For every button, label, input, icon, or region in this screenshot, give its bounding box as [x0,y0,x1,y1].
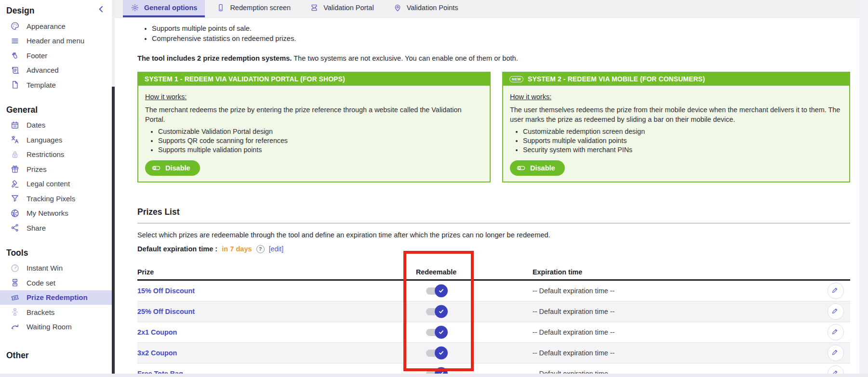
toggle-knob [435,347,448,360]
window-right-edge [859,0,868,377]
svg-text:03: 03 [13,125,16,128]
how-it-works-label: How it works: [145,92,483,101]
sidebar-item-share[interactable]: Share [0,221,115,235]
sidebar-collapse-button[interactable] [95,3,107,15]
system-feature-bullet: Security system with merchant PINs [523,145,842,155]
sidebar-item-label: Code set [27,279,55,287]
gauge-icon [10,263,20,273]
gear-icon [131,3,139,12]
sidebar-item-label: Share [27,224,46,232]
tab-label: Validation Portal [323,4,374,12]
gavel-icon [10,179,20,189]
intro-bullet: Supports multiple points of sale. [152,24,850,33]
system-feature-bullet: Customizable redemption screen design [523,127,842,136]
tab-redemption-screen[interactable]: Redemption screen [209,0,298,17]
edit-expiration-button[interactable] [828,324,844,340]
redeemable-toggle[interactable] [426,287,446,295]
ticket-icon [10,278,20,287]
sidebar-item-code-set[interactable]: Code set [0,275,115,290]
system-panel-body: How it works:The merchant redeems the pr… [138,86,490,182]
globe-icon [10,208,20,218]
sidebar-item-header-and-menu[interactable]: Header and menu [0,34,115,49]
sidebar-item-template[interactable]: Template [0,78,115,92]
sidebar-item-restrictions[interactable]: Restrictions [0,147,115,162]
tab-validation-portal[interactable]: Validation Portal [302,0,382,17]
table-row-3x2-coupon: 3x2 Coupon-- Default expiration time -- [137,343,850,364]
disable-system-2-button[interactable]: Disable [510,160,565,176]
prize-link[interactable]: 3x2 Coupon [137,349,405,357]
sidebar-section-title: Other [0,350,115,361]
tab-bar: General optionsRedemption screenValidati… [115,0,868,18]
disable-button-label: Disable [165,164,190,172]
toggle-knob [435,326,448,339]
edit-expiration-button[interactable] [828,283,844,299]
sidebar-item-my-networks[interactable]: My Networks [0,206,115,221]
sidebar-section-title: Tools [0,247,115,259]
sidebar-item-label: Languages [27,136,62,144]
default-expiration-value: in 7 days [222,245,252,253]
sidebar-item-label: Prize Redemption [27,293,88,301]
waiting-arrow-icon [10,322,20,332]
sidebar-item-languages[interactable]: Languages [0,132,115,147]
sidebar-item-prizes[interactable]: Prizes [0,162,115,177]
redemption-ticket-icon [10,293,20,302]
how-it-works-label: How it works: [510,92,842,101]
tab-general-options[interactable]: General options [123,0,205,17]
expiration-value: -- Default expiration time -- [467,349,821,357]
help-icon[interactable]: ? [256,245,265,253]
sidebar-item-label: Waiting Room [27,323,72,331]
column-header-prize: Prize [137,268,405,276]
sidebar-item-tracking-pixels[interactable]: Tracking Pixels [0,191,115,206]
sidebar-item-instant-win[interactable]: Instant Win [0,261,115,276]
system-feature-bullet: Customizable Validation Portal design [158,127,483,136]
sidebar-section-other: Other [0,350,115,361]
toggle-knob [435,305,448,318]
disable-system-1-button[interactable]: Disable [145,160,200,176]
redeemable-toggle[interactable] [426,308,446,315]
map-pin-icon [393,3,402,12]
edit-expiration-button[interactable] [828,345,844,361]
edit-default-expiration-link[interactable]: [edit] [269,245,283,253]
sidebar-item-brackets[interactable]: Brackets [0,305,115,320]
menu-lines-icon [10,36,20,46]
expiration-value: -- Default expiration time -- [467,308,821,315]
sidebar-item-dates[interactable]: 03Dates [0,118,115,133]
system-feature-list: Customizable Validation Portal designSup… [145,127,483,155]
system-feature-bullet: Supports multiple validation points [523,136,842,145]
sidebar-scrollbar-thumb[interactable] [112,87,115,377]
gift-icon [10,164,20,174]
funnel-icon [10,194,20,203]
sidebar-item-prize-redemption[interactable]: Prize Redemption [0,290,115,305]
sidebar-item-waiting-room[interactable]: Waiting Room [0,320,115,335]
column-header-expiration-time: Expiration time [467,268,821,276]
sidebar-item-appearance[interactable]: Appearance [0,19,115,34]
prize-link[interactable]: 2x1 Coupon [137,328,405,336]
sidebar-item-legal-content[interactable]: Legal content [0,177,115,192]
redeemable-toggle[interactable] [426,329,446,336]
chevron-left-icon [96,3,106,13]
share-icon [10,223,20,233]
sidebar-item-advanced[interactable]: Advanced [0,63,115,78]
tab-label: General options [144,4,197,12]
tab-label: Validation Points [407,4,458,12]
redeemable-toggle[interactable] [426,350,446,357]
pencil-icon [831,307,841,316]
sidebar-item-label: Instant Win [27,264,63,272]
prizes-table: PrizeRedeemableExpiration time15% Off Di… [137,265,850,377]
divider [137,223,850,223]
system-description: The user themselves redeems the prize fr… [510,105,842,124]
prize-link[interactable]: 25% Off Discount [137,308,405,315]
sidebar-item-label: Header and menu [27,37,84,45]
edit-expiration-button[interactable] [828,303,844,320]
pencil-icon [831,348,841,358]
toggle-off-icon [516,163,526,173]
system-feature-list: Customizable redemption screen designSup… [510,127,842,155]
sidebar-section-tools: ToolsInstant WinCode setPrize Redemption… [0,247,115,335]
prize-link[interactable]: 15% Off Discount [137,287,405,295]
toggle-off-icon [151,163,161,173]
system-feature-bullet: Supports multiple validation points [158,145,483,155]
sidebar-item-footer[interactable]: Footer [0,48,115,63]
sidebar: DesignAppearanceHeader and menuFooterAdv… [0,0,115,377]
intro-bold-text: The tool includes 2 prize redemption sys… [137,54,292,62]
tab-validation-points[interactable]: Validation Points [386,0,466,17]
